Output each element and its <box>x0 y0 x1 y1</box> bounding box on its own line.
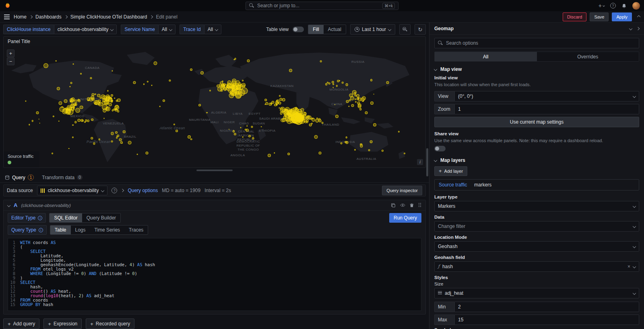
filter-label[interactable]: Service Name <box>121 25 158 34</box>
query-type-time-series[interactable]: Time Series <box>90 226 125 234</box>
layer-type-select[interactable]: Markers <box>434 201 639 211</box>
query-type-logs[interactable]: Logs <box>71 226 90 234</box>
adhoc-filters: ClickHouse instanceclickhouse-observabil… <box>3 25 221 34</box>
clock-icon <box>355 27 359 32</box>
view-select[interactable]: (0°, 0°) <box>454 91 639 101</box>
share-view-toggle[interactable] <box>434 146 446 151</box>
menu-toggle-icon[interactable] <box>4 14 10 19</box>
search-placeholder: Search or jump to... <box>257 3 379 8</box>
filter-label[interactable]: Trace Id <box>180 25 204 34</box>
options-pane-header: Geomap <box>429 23 644 35</box>
zoom-input[interactable]: 1 <box>454 104 639 114</box>
use-current-map-settings-button[interactable]: Use current map settings <box>434 117 639 127</box>
query-options-toggle[interactable]: Query options <box>128 188 158 193</box>
time-range-picker[interactable]: Last 1 hour <box>350 24 395 35</box>
fill-actual-group: FillActual <box>308 25 346 34</box>
app: Search or jump to... ⌘+k + ? HomeDashboa… <box>0 0 644 329</box>
map-legend: Source traffic <box>4 151 39 168</box>
panel-title[interactable]: Panel Title <box>4 37 425 46</box>
add-new-button[interactable]: + <box>599 2 605 9</box>
size-mode-fill[interactable]: Fill <box>308 25 323 34</box>
map-zoom-in-button[interactable]: + <box>7 50 14 57</box>
tab-transform-data[interactable]: Transform data 0 <box>42 175 82 180</box>
options-tab-overrides[interactable]: Overrides <box>537 52 639 61</box>
tab-query[interactable]: Query 1 <box>5 174 34 180</box>
geohash-field-select[interactable]: ƒ hash × <box>434 261 639 272</box>
zoom-out-time-button[interactable] <box>399 24 411 35</box>
save-button[interactable]: Save <box>590 12 609 21</box>
breadcrumb-separator-icon <box>29 15 33 18</box>
collapse-query-icon[interactable] <box>7 203 10 207</box>
collapse-header-icon[interactable] <box>637 15 640 18</box>
map-attribution-icon[interactable]: i <box>417 159 423 165</box>
clear-field-icon[interactable]: × <box>627 264 630 269</box>
info-icon: i <box>38 216 42 220</box>
add-query-button[interactable]: +Add query <box>3 319 39 329</box>
refresh-button[interactable]: ↻ <box>415 24 426 35</box>
table-view-toggle[interactable] <box>293 27 304 32</box>
editor-type-sql-editor[interactable]: SQL Editor <box>50 213 82 222</box>
min-input[interactable]: 2 <box>454 302 639 312</box>
data-filter-select[interactable]: Change filter <box>434 221 639 232</box>
options-search-input[interactable]: Search options <box>434 38 639 48</box>
geomap-canvas[interactable]: CANADARUSSIAUNITED STATESKAZAKHSTANMONGO… <box>4 46 425 168</box>
breadcrumb-separator-icon <box>64 15 67 18</box>
user-avatar[interactable] <box>632 2 640 10</box>
panel-type-caret-icon[interactable] <box>629 27 632 30</box>
pane-splitter[interactable] <box>0 168 429 173</box>
query-ref-id[interactable]: A <box>14 202 17 208</box>
layer-item-source-traffic[interactable]: Source traffic markers <box>434 179 639 190</box>
breadcrumb-item-simple-clickhouse-otel-dashboard[interactable]: Simple ClickHouse OTel Dashboard <box>70 14 147 20</box>
query-options-chevron-icon[interactable] <box>121 189 124 192</box>
size-mode-actual[interactable]: Actual <box>324 25 346 34</box>
filter-value[interactable]: clickhouse-observability <box>54 25 117 34</box>
editor-type-query-builder[interactable]: Query Builder <box>82 213 120 222</box>
delete-query-icon[interactable] <box>409 203 415 208</box>
help-icon[interactable]: ? <box>610 3 616 8</box>
map-zoom-out-button[interactable]: − <box>7 58 14 65</box>
datasource-help-icon[interactable]: ? <box>111 188 117 193</box>
datasource-picker[interactable]: clickhouse-observability <box>37 186 108 195</box>
drag-handle[interactable] <box>418 203 421 207</box>
options-tab-all[interactable]: All <box>435 52 537 61</box>
breadcrumb-item-home[interactable]: Home <box>14 14 27 20</box>
size-field-select[interactable]: adj_heat <box>434 288 639 298</box>
copy-query-icon[interactable] <box>390 203 396 208</box>
discard-button[interactable]: Discard <box>563 12 586 21</box>
filter-label[interactable]: ClickHouse instance <box>3 25 54 34</box>
left-pane-scrollbar[interactable] <box>426 148 428 176</box>
collapse-pane-icon[interactable] <box>636 27 640 30</box>
options-pane-title: Geomap <box>434 26 454 31</box>
header-bar: HomeDashboardsSimple ClickHouse OTel Das… <box>0 11 644 23</box>
filter-value[interactable]: All <box>204 25 221 34</box>
notifications-icon[interactable] <box>621 3 627 8</box>
run-query-button[interactable]: Run Query <box>389 213 421 223</box>
recorded-query-button[interactable]: +Recorded query <box>86 319 134 329</box>
filter-service-name: Service NameAll <box>121 25 175 34</box>
max-input[interactable]: 15 <box>454 315 639 325</box>
query-type-traces[interactable]: Traces <box>124 226 148 234</box>
section-map-view-header[interactable]: Map view <box>434 66 639 72</box>
location-mode-select[interactable]: Geohash <box>434 241 639 252</box>
grafana-logo[interactable] <box>4 2 11 9</box>
query-inspector-button[interactable]: Query inspector <box>382 186 422 195</box>
code-line: 9) <box>8 276 421 280</box>
apply-button[interactable]: Apply <box>612 12 632 21</box>
search-icon <box>249 3 254 8</box>
query-type-table[interactable]: Table <box>50 226 71 234</box>
sql-code-editor[interactable]: 1WITH coords AS2(3 SELECT4 Latitude,5 Lo… <box>8 238 421 311</box>
options-tabs: AllOverrides <box>434 52 639 62</box>
filter-value[interactable]: All <box>158 25 175 34</box>
expression-button[interactable]: +Expression <box>43 319 82 329</box>
section-map-layers-header[interactable]: Map layers <box>434 157 639 163</box>
breadcrumb-item-edit-panel: Edit panel <box>156 14 177 20</box>
breadcrumb: HomeDashboardsSimple ClickHouse OTel Das… <box>14 14 178 20</box>
share-view-description: Use the same view across multiple panels… <box>434 138 639 144</box>
breadcrumb-item-dashboards[interactable]: Dashboards <box>35 14 62 20</box>
hide-response-icon[interactable] <box>400 203 405 208</box>
global-search[interactable]: Search or jump to... ⌘+k <box>246 2 398 10</box>
editor-tabs: Query 1 Transform data 0 <box>0 173 429 183</box>
add-layer-button[interactable]: +Add layer <box>434 166 467 176</box>
map-zoom-controls: + − <box>7 50 14 65</box>
section-map-view: Map view Initial view This location will… <box>434 66 639 153</box>
